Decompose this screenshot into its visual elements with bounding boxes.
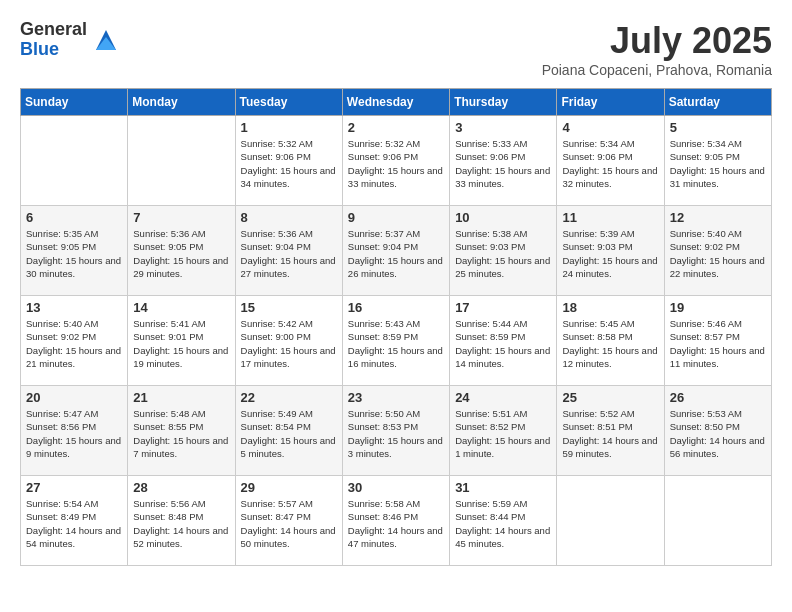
day-number: 17: [455, 300, 551, 315]
day-number: 9: [348, 210, 444, 225]
calendar-week-row: 27Sunrise: 5:54 AM Sunset: 8:49 PM Dayli…: [21, 476, 772, 566]
day-number: 8: [241, 210, 337, 225]
calendar-cell: 5Sunrise: 5:34 AM Sunset: 9:05 PM Daylig…: [664, 116, 771, 206]
day-number: 21: [133, 390, 229, 405]
calendar-cell: [21, 116, 128, 206]
day-info: Sunrise: 5:36 AM Sunset: 9:04 PM Dayligh…: [241, 227, 337, 280]
calendar-cell: 2Sunrise: 5:32 AM Sunset: 9:06 PM Daylig…: [342, 116, 449, 206]
day-number: 30: [348, 480, 444, 495]
header-day: Tuesday: [235, 89, 342, 116]
calendar-cell: 20Sunrise: 5:47 AM Sunset: 8:56 PM Dayli…: [21, 386, 128, 476]
day-number: 1: [241, 120, 337, 135]
day-info: Sunrise: 5:39 AM Sunset: 9:03 PM Dayligh…: [562, 227, 658, 280]
day-info: Sunrise: 5:33 AM Sunset: 9:06 PM Dayligh…: [455, 137, 551, 190]
day-info: Sunrise: 5:35 AM Sunset: 9:05 PM Dayligh…: [26, 227, 122, 280]
day-info: Sunrise: 5:36 AM Sunset: 9:05 PM Dayligh…: [133, 227, 229, 280]
header-day: Sunday: [21, 89, 128, 116]
calendar-cell: 12Sunrise: 5:40 AM Sunset: 9:02 PM Dayli…: [664, 206, 771, 296]
calendar-cell: 27Sunrise: 5:54 AM Sunset: 8:49 PM Dayli…: [21, 476, 128, 566]
day-number: 12: [670, 210, 766, 225]
day-info: Sunrise: 5:46 AM Sunset: 8:57 PM Dayligh…: [670, 317, 766, 370]
day-info: Sunrise: 5:47 AM Sunset: 8:56 PM Dayligh…: [26, 407, 122, 460]
calendar-cell: 19Sunrise: 5:46 AM Sunset: 8:57 PM Dayli…: [664, 296, 771, 386]
day-info: Sunrise: 5:43 AM Sunset: 8:59 PM Dayligh…: [348, 317, 444, 370]
month-title: July 2025: [542, 20, 772, 62]
logo-general-text: General: [20, 20, 87, 40]
day-number: 2: [348, 120, 444, 135]
day-number: 27: [26, 480, 122, 495]
day-info: Sunrise: 5:58 AM Sunset: 8:46 PM Dayligh…: [348, 497, 444, 550]
day-number: 19: [670, 300, 766, 315]
day-info: Sunrise: 5:59 AM Sunset: 8:44 PM Dayligh…: [455, 497, 551, 550]
day-info: Sunrise: 5:37 AM Sunset: 9:04 PM Dayligh…: [348, 227, 444, 280]
day-info: Sunrise: 5:32 AM Sunset: 9:06 PM Dayligh…: [348, 137, 444, 190]
day-info: Sunrise: 5:52 AM Sunset: 8:51 PM Dayligh…: [562, 407, 658, 460]
day-info: Sunrise: 5:51 AM Sunset: 8:52 PM Dayligh…: [455, 407, 551, 460]
day-number: 14: [133, 300, 229, 315]
day-number: 24: [455, 390, 551, 405]
calendar-cell: 13Sunrise: 5:40 AM Sunset: 9:02 PM Dayli…: [21, 296, 128, 386]
calendar-cell: 29Sunrise: 5:57 AM Sunset: 8:47 PM Dayli…: [235, 476, 342, 566]
calendar-cell: [664, 476, 771, 566]
calendar-cell: 24Sunrise: 5:51 AM Sunset: 8:52 PM Dayli…: [450, 386, 557, 476]
header-row: SundayMondayTuesdayWednesdayThursdayFrid…: [21, 89, 772, 116]
day-number: 4: [562, 120, 658, 135]
day-number: 29: [241, 480, 337, 495]
calendar-cell: [557, 476, 664, 566]
calendar-week-row: 6Sunrise: 5:35 AM Sunset: 9:05 PM Daylig…: [21, 206, 772, 296]
day-info: Sunrise: 5:48 AM Sunset: 8:55 PM Dayligh…: [133, 407, 229, 460]
day-info: Sunrise: 5:40 AM Sunset: 9:02 PM Dayligh…: [26, 317, 122, 370]
day-number: 28: [133, 480, 229, 495]
calendar-cell: 6Sunrise: 5:35 AM Sunset: 9:05 PM Daylig…: [21, 206, 128, 296]
day-number: 26: [670, 390, 766, 405]
day-number: 25: [562, 390, 658, 405]
title-block: July 2025 Poiana Copaceni, Prahova, Roma…: [542, 20, 772, 78]
day-number: 22: [241, 390, 337, 405]
day-number: 20: [26, 390, 122, 405]
calendar-cell: 30Sunrise: 5:58 AM Sunset: 8:46 PM Dayli…: [342, 476, 449, 566]
calendar-week-row: 20Sunrise: 5:47 AM Sunset: 8:56 PM Dayli…: [21, 386, 772, 476]
header-day: Wednesday: [342, 89, 449, 116]
day-number: 15: [241, 300, 337, 315]
day-number: 3: [455, 120, 551, 135]
day-info: Sunrise: 5:34 AM Sunset: 9:05 PM Dayligh…: [670, 137, 766, 190]
day-info: Sunrise: 5:40 AM Sunset: 9:02 PM Dayligh…: [670, 227, 766, 280]
calendar-cell: 10Sunrise: 5:38 AM Sunset: 9:03 PM Dayli…: [450, 206, 557, 296]
header-day: Friday: [557, 89, 664, 116]
day-number: 7: [133, 210, 229, 225]
logo: General Blue: [20, 20, 121, 60]
calendar-table: SundayMondayTuesdayWednesdayThursdayFrid…: [20, 88, 772, 566]
day-info: Sunrise: 5:57 AM Sunset: 8:47 PM Dayligh…: [241, 497, 337, 550]
calendar-cell: 4Sunrise: 5:34 AM Sunset: 9:06 PM Daylig…: [557, 116, 664, 206]
logo-icon: [91, 25, 121, 55]
day-number: 11: [562, 210, 658, 225]
calendar-cell: [128, 116, 235, 206]
calendar-cell: 26Sunrise: 5:53 AM Sunset: 8:50 PM Dayli…: [664, 386, 771, 476]
location: Poiana Copaceni, Prahova, Romania: [542, 62, 772, 78]
day-number: 10: [455, 210, 551, 225]
page-header: General Blue July 2025 Poiana Copaceni, …: [20, 20, 772, 78]
day-number: 5: [670, 120, 766, 135]
calendar-cell: 25Sunrise: 5:52 AM Sunset: 8:51 PM Dayli…: [557, 386, 664, 476]
header-day: Monday: [128, 89, 235, 116]
calendar-cell: 15Sunrise: 5:42 AM Sunset: 9:00 PM Dayli…: [235, 296, 342, 386]
calendar-cell: 22Sunrise: 5:49 AM Sunset: 8:54 PM Dayli…: [235, 386, 342, 476]
day-number: 31: [455, 480, 551, 495]
day-number: 16: [348, 300, 444, 315]
day-info: Sunrise: 5:38 AM Sunset: 9:03 PM Dayligh…: [455, 227, 551, 280]
calendar-cell: 11Sunrise: 5:39 AM Sunset: 9:03 PM Dayli…: [557, 206, 664, 296]
calendar-cell: 17Sunrise: 5:44 AM Sunset: 8:59 PM Dayli…: [450, 296, 557, 386]
logo-blue-text: Blue: [20, 40, 87, 60]
calendar-cell: 18Sunrise: 5:45 AM Sunset: 8:58 PM Dayli…: [557, 296, 664, 386]
calendar-cell: 28Sunrise: 5:56 AM Sunset: 8:48 PM Dayli…: [128, 476, 235, 566]
svg-marker-1: [96, 37, 116, 50]
day-number: 13: [26, 300, 122, 315]
day-info: Sunrise: 5:49 AM Sunset: 8:54 PM Dayligh…: [241, 407, 337, 460]
day-info: Sunrise: 5:45 AM Sunset: 8:58 PM Dayligh…: [562, 317, 658, 370]
day-info: Sunrise: 5:56 AM Sunset: 8:48 PM Dayligh…: [133, 497, 229, 550]
header-day: Thursday: [450, 89, 557, 116]
day-info: Sunrise: 5:34 AM Sunset: 9:06 PM Dayligh…: [562, 137, 658, 190]
calendar-cell: 23Sunrise: 5:50 AM Sunset: 8:53 PM Dayli…: [342, 386, 449, 476]
day-number: 23: [348, 390, 444, 405]
calendar-cell: 8Sunrise: 5:36 AM Sunset: 9:04 PM Daylig…: [235, 206, 342, 296]
